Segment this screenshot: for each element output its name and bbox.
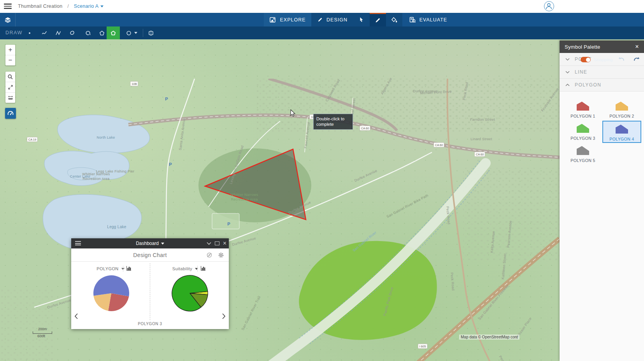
- chart-type-icon[interactable]: [200, 266, 206, 271]
- draw-tooltip: Double-click to complete: [313, 114, 353, 130]
- polygon-swatch-glyph: [616, 102, 628, 111]
- close-icon[interactable]: ×: [223, 240, 226, 247]
- swatch-label: POLYGON 3: [563, 136, 602, 141]
- swatch-polygon-1[interactable]: POLYGON 1: [563, 99, 602, 121]
- draw-toolbar-label: DRAW: [5, 30, 23, 35]
- user-avatar[interactable]: [544, 1, 554, 11]
- tab-design-label: DESIGN: [326, 17, 347, 23]
- autocomplete-freehand-tool[interactable]: [81, 26, 95, 39]
- polygon-swatch-glyph: [577, 146, 589, 155]
- explore-icon: [269, 17, 276, 23]
- breadcrumb-separator: /: [67, 4, 69, 9]
- tab-explore[interactable]: EXPLORE: [264, 13, 311, 26]
- point-tool[interactable]: [23, 26, 36, 39]
- zoom-controls: + −: [5, 45, 15, 65]
- section-polygon-label: POLYGON: [575, 82, 601, 88]
- scale-metric: 200m: [38, 327, 52, 331]
- swatch-label: POLYGON 4: [603, 137, 640, 141]
- report-icon: [409, 17, 416, 23]
- tab-design[interactable]: DESIGN: [311, 13, 353, 26]
- search-icon[interactable]: [5, 72, 15, 82]
- scale-line: [33, 331, 52, 334]
- section-polygon[interactable]: POLYGON: [560, 79, 644, 92]
- swatch-label: POLYGON 5: [563, 158, 602, 163]
- layers-panel-button[interactable]: [0, 13, 16, 26]
- zoom-out-button[interactable]: −: [5, 55, 15, 65]
- gauge-icon: [7, 110, 14, 116]
- urban-area: [0, 289, 54, 361]
- select-tool-button[interactable]: [353, 13, 370, 26]
- carousel-prev-button[interactable]: [74, 313, 78, 319]
- toolbar-divider: [143, 29, 143, 37]
- dashboard-toggle-button[interactable]: [5, 108, 16, 119]
- breadcrumb: Thumbnail Creation / Scenario A: [18, 4, 104, 9]
- chevron-down-icon[interactable]: [195, 268, 198, 270]
- dashboard-title: Dashboard: [136, 241, 159, 246]
- collapse-icon[interactable]: [207, 242, 211, 245]
- urban-area: [257, 79, 560, 133]
- map-tools: [5, 72, 15, 103]
- pie-chart-suitability[interactable]: [168, 272, 211, 315]
- symbol-palette-title: Symbol Palette: [565, 44, 600, 50]
- carousel-next-button[interactable]: [222, 313, 226, 319]
- edit-symbology-tool[interactable]: [144, 26, 158, 39]
- draw-toolbar: DRAW Snapping: [0, 26, 644, 39]
- undo-button[interactable]: [618, 56, 626, 63]
- polyline-tool[interactable]: [52, 26, 65, 39]
- tab-evaluate-label: EVALUATE: [419, 17, 447, 23]
- pie-slice[interactable]: [108, 293, 129, 311]
- circle-tool[interactable]: [123, 26, 140, 39]
- dashboard-window: Dashboard × Design Chart POLYGON: [71, 238, 229, 329]
- section-line[interactable]: LINE: [560, 66, 644, 79]
- swatch-polygon-4-selected[interactable]: POLYGON 4: [602, 121, 641, 143]
- snapping-label: Snapping: [594, 57, 613, 62]
- menu-icon[interactable]: [4, 4, 12, 9]
- pie-slice[interactable]: [93, 275, 129, 296]
- close-icon[interactable]: ×: [635, 43, 639, 50]
- dashboard-titlebar[interactable]: Dashboard ×: [71, 238, 229, 248]
- tooltip-line1: Double-click to: [316, 116, 350, 122]
- draw-tool-button[interactable]: [370, 13, 386, 26]
- scale-imperial: 600ft: [37, 334, 52, 338]
- polygon-tool-active[interactable]: [107, 26, 120, 39]
- urban-area: [463, 168, 560, 261]
- tab-explore-label: EXPLORE: [280, 17, 305, 23]
- breadcrumb-scenario[interactable]: Scenario A: [74, 4, 98, 9]
- style-tool-button[interactable]: [386, 13, 402, 26]
- tab-evaluate[interactable]: EVALUATE: [402, 13, 454, 26]
- swatch-polygon-3[interactable]: POLYGON 3: [563, 121, 602, 143]
- zoom-in-button[interactable]: +: [5, 45, 15, 55]
- swatch-polygon-2[interactable]: POLYGON 2: [602, 99, 641, 121]
- measure-icon[interactable]: [5, 93, 15, 103]
- swatch-label: POLYGON 1: [563, 114, 602, 118]
- mode-toolbar: EXPLORE DESIGN EVALUATE: [0, 13, 644, 26]
- chart-footer-label: POLYGON 3: [71, 322, 229, 329]
- chevron-down-icon[interactable]: [100, 5, 104, 7]
- gear-icon[interactable]: [218, 252, 224, 258]
- mouse-cursor-icon: [290, 109, 297, 117]
- selector-value[interactable]: Suitability: [172, 266, 192, 271]
- chevron-up-icon: [565, 84, 570, 86]
- chart-type-icon[interactable]: [126, 266, 132, 271]
- section-line-label: LINE: [575, 69, 587, 75]
- pencil-icon: [317, 17, 323, 23]
- redo-button[interactable]: [633, 56, 640, 63]
- pie-chart-polygon[interactable]: [90, 272, 133, 315]
- freehand-polygon-tool[interactable]: [65, 26, 79, 39]
- map-attribution: Map data © OpenStreetMap cont: [459, 335, 519, 340]
- swatch-polygon-5[interactable]: POLYGON 5: [563, 143, 602, 165]
- chevron-down-icon[interactable]: [161, 243, 164, 245]
- snapping-toggle[interactable]: [581, 57, 591, 62]
- breadcrumb-project[interactable]: Thumbnail Creation: [18, 4, 62, 9]
- pie-slice[interactable]: [93, 293, 111, 311]
- selector-value[interactable]: POLYGON: [97, 266, 118, 271]
- app-header: Thumbnail Creation / Scenario A: [0, 0, 644, 13]
- visibility-off-icon[interactable]: [206, 252, 212, 258]
- maximize-icon[interactable]: [215, 241, 219, 245]
- scale-bar: 200m 600ft: [33, 327, 52, 338]
- swatch-label: POLYGON 2: [602, 114, 641, 118]
- full-extent-icon[interactable]: [5, 82, 15, 93]
- freehand-line-tool[interactable]: [38, 26, 51, 39]
- lakes: [43, 115, 149, 250]
- chart-carousel: POLYGON Suitability: [71, 262, 229, 322]
